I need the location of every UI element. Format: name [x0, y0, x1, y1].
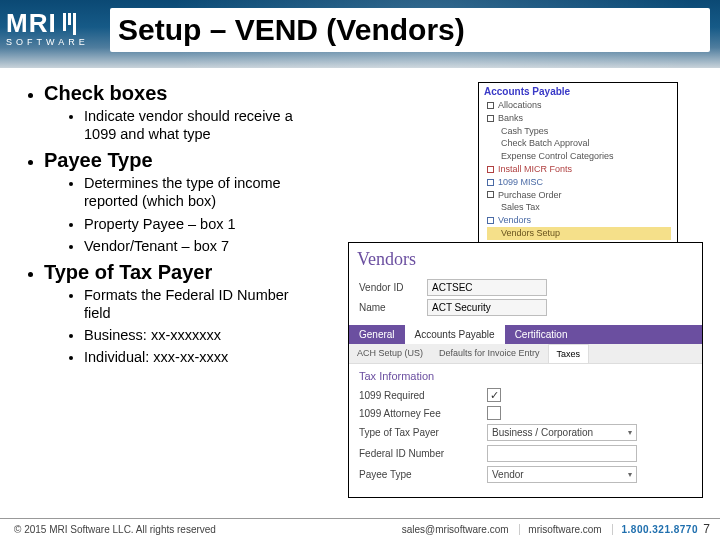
header-banner: MRI SOFTWARE Setup – VEND (Vendors)	[0, 0, 720, 68]
nav-tree-item[interactable]: Cash Types	[487, 125, 671, 138]
sub-tab[interactable]: ACH Setup (US)	[349, 344, 431, 363]
vendor-title: Vendors	[349, 243, 702, 274]
nav-tree-item[interactable]: Install MICR Fonts	[487, 163, 671, 176]
tree-item-label: Check Batch Approval	[501, 138, 590, 149]
bullet-item: Indicate vendor should receive a 1099 an…	[84, 107, 314, 143]
primary-tab[interactable]: Certification	[505, 325, 578, 344]
tax-payer-type-label: Type of Tax Payer	[359, 427, 479, 438]
copyright: © 2015 MRI Software LLC. All rights rese…	[14, 524, 216, 535]
vendor-form-panel: Vendors Vendor ID Name GeneralAccounts P…	[348, 242, 703, 498]
vendor-name-input[interactable]	[427, 299, 547, 316]
vendor-id-label: Vendor ID	[359, 282, 421, 293]
nav-tree-item[interactable]: Purchase Order	[487, 189, 671, 202]
nav-tree-header: Accounts Payable	[479, 83, 677, 99]
footer-site: mrisoftware.com	[519, 524, 609, 535]
tree-item-label: Vendors Setup	[501, 228, 560, 239]
sub-tab[interactable]: Defaults for Invoice Entry	[431, 344, 548, 363]
bullet-heading: Type of Tax Payer	[44, 261, 340, 284]
primary-tab[interactable]: Accounts Payable	[405, 325, 505, 344]
tree-box-icon	[487, 102, 494, 109]
tree-item-label: Vendors	[498, 215, 531, 226]
vendor-id-input[interactable]	[427, 279, 547, 296]
tree-item-label: Banks	[498, 113, 523, 124]
nav-tree-item[interactable]: Vendors Setup	[487, 227, 671, 240]
tree-item-label: Sales Tax	[501, 202, 540, 213]
attorney-fee-checkbox[interactable]	[487, 406, 501, 420]
tree-box-icon	[487, 217, 494, 224]
attorney-fee-label: 1099 Attorney Fee	[359, 408, 479, 419]
chevron-down-icon: ▾	[628, 428, 632, 437]
payee-type-select[interactable]: Vendor ▾	[487, 466, 637, 483]
nav-tree-item[interactable]: Check Batch Approval	[487, 137, 671, 150]
bullet-item: Vendor/Tenant – box 7	[84, 237, 314, 255]
footer-email: sales@mrisoftware.com	[394, 524, 517, 535]
tree-item-label: Expense Control Categories	[501, 151, 614, 162]
footer: © 2015 MRI Software LLC. All rights rese…	[0, 518, 720, 540]
primary-tab[interactable]: General	[349, 325, 405, 344]
bullet-item: Formats the Federal ID Number field	[84, 286, 314, 322]
bullet-item: Business: xx-xxxxxxx	[84, 326, 314, 344]
bullet-item: Individual: xxx-xx-xxxx	[84, 348, 314, 366]
tree-item-label: Allocations	[498, 100, 542, 111]
bullet-heading: Payee Type	[44, 149, 340, 172]
slide-title: Setup – VEND (Vendors)	[110, 8, 710, 52]
tree-box-icon	[487, 179, 494, 186]
tax-payer-type-select[interactable]: Business / Corporation ▾	[487, 424, 637, 441]
sub-tab[interactable]: Taxes	[548, 344, 590, 363]
tree-box-icon	[487, 166, 494, 173]
tree-item-label: 1099 MISC	[498, 177, 543, 188]
bullet-heading: Check boxes	[44, 82, 340, 105]
nav-tree-item[interactable]: Sales Tax	[487, 201, 671, 214]
footer-phone: 1.800.321.8770	[612, 524, 706, 535]
req-1099-checkbox[interactable]: ✓	[487, 388, 501, 402]
tree-item-label: Cash Types	[501, 126, 548, 137]
tree-box-icon	[487, 115, 494, 122]
federal-id-input[interactable]	[487, 445, 637, 462]
tree-box-icon	[487, 191, 494, 198]
tree-item-label: Purchase Order	[498, 190, 562, 201]
tax-section-heading: Tax Information	[359, 370, 692, 382]
nav-tree-item[interactable]: Vendors	[487, 214, 671, 227]
nav-tree-item[interactable]: 1099 MISC	[487, 176, 671, 189]
mri-logo: MRI SOFTWARE	[6, 8, 89, 47]
federal-id-label: Federal ID Number	[359, 448, 479, 459]
vendor-name-label: Name	[359, 302, 421, 313]
payee-type-label: Payee Type	[359, 469, 479, 480]
tree-item-label: Install MICR Fonts	[498, 164, 572, 175]
nav-tree-item[interactable]: Expense Control Categories	[487, 150, 671, 163]
page-number: 7	[703, 522, 710, 536]
req-1099-label: 1099 Required	[359, 390, 479, 401]
bullet-column: Check boxesIndicate vendor should receiv…	[20, 82, 340, 372]
bullet-item: Determines the type of income reported (…	[84, 174, 314, 210]
nav-tree-item[interactable]: Allocations	[487, 99, 671, 112]
chevron-down-icon: ▾	[628, 470, 632, 479]
bullet-item: Property Payee – box 1	[84, 215, 314, 233]
nav-tree-item[interactable]: Banks	[487, 112, 671, 125]
